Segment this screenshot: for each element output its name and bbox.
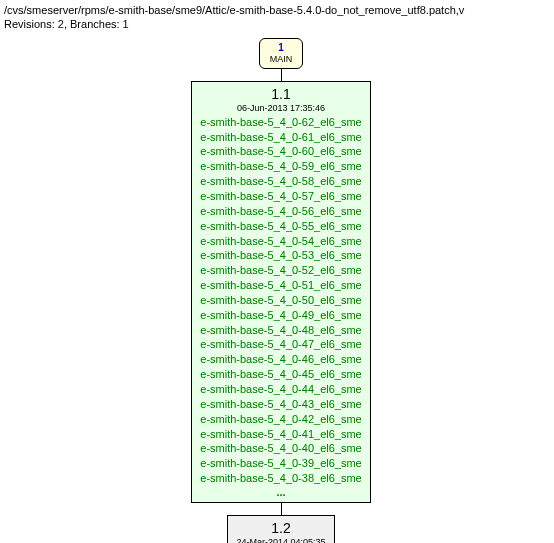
tag-item: e-smith-base-5_4_0-53_el6_sme	[200, 248, 361, 263]
tag-item: e-smith-base-5_4_0-41_el6_sme	[200, 427, 361, 442]
tag-item: e-smith-base-5_4_0-57_el6_sme	[200, 189, 361, 204]
tag-item: e-smith-base-5_4_0-39_el6_sme	[200, 456, 361, 471]
tag-item: e-smith-base-5_4_0-50_el6_sme	[200, 293, 361, 308]
tag-item: e-smith-base-5_4_0-49_el6_sme	[200, 308, 361, 323]
revision-1-1-box[interactable]: 1.1 06-Jun-2013 17:35:46 e-smith-base-5_…	[191, 81, 370, 503]
connector-line	[281, 503, 282, 515]
tag-item: e-smith-base-5_4_0-59_el6_sme	[200, 159, 361, 174]
revision-1-2-version: 1.2	[236, 520, 325, 536]
tag-item: e-smith-base-5_4_0-51_el6_sme	[200, 278, 361, 293]
revision-1-1-date: 06-Jun-2013 17:35:46	[200, 103, 361, 113]
revision-1-2-date: 24-Mar-2014 04:05:35	[236, 537, 325, 543]
tag-item: e-smith-base-5_4_0-54_el6_sme	[200, 234, 361, 249]
tag-item: e-smith-base-5_4_0-47_el6_sme	[200, 337, 361, 352]
tag-item: e-smith-base-5_4_0-55_el6_sme	[200, 219, 361, 234]
tag-item: e-smith-base-5_4_0-52_el6_sme	[200, 263, 361, 278]
tag-item: e-smith-base-5_4_0-61_el6_sme	[200, 130, 361, 145]
tag-item: e-smith-base-5_4_0-45_el6_sme	[200, 367, 361, 382]
tag-item: e-smith-base-5_4_0-44_el6_sme	[200, 382, 361, 397]
tag-item: e-smith-base-5_4_0-43_el6_sme	[200, 397, 361, 412]
tag-item: e-smith-base-5_4_0-40_el6_sme	[200, 441, 361, 456]
repo-stats: Revisions: 2, Branches: 1	[4, 18, 554, 30]
tag-item: e-smith-base-5_4_0-60_el6_sme	[200, 144, 361, 159]
tag-item: e-smith-base-5_4_0-38_el6_sme	[200, 471, 361, 486]
connector-line	[281, 69, 282, 81]
revision-1-1-version: 1.1	[200, 86, 361, 102]
tag-item: e-smith-base-5_4_0-62_el6_sme	[200, 115, 361, 130]
revision-diagram: 1 MAIN 1.1 06-Jun-2013 17:35:46 e-smith-…	[4, 38, 554, 543]
tag-item: e-smith-base-5_4_0-58_el6_sme	[200, 174, 361, 189]
tag-item: e-smith-base-5_4_0-42_el6_sme	[200, 412, 361, 427]
main-branch-label: MAIN	[270, 54, 293, 65]
tag-item: e-smith-base-5_4_0-56_el6_sme	[200, 204, 361, 219]
revision-1-1-tags: e-smith-base-5_4_0-62_el6_smee-smith-bas…	[200, 115, 361, 486]
revision-1-2-box[interactable]: 1.2 24-Mar-2014 04:05:35	[227, 515, 334, 543]
tags-ellipsis: ...	[200, 486, 361, 498]
tag-item: e-smith-base-5_4_0-46_el6_sme	[200, 352, 361, 367]
tag-item: e-smith-base-5_4_0-48_el6_sme	[200, 323, 361, 338]
repo-path: /cvs/smeserver/rpms/e-smith-base/sme9/At…	[4, 4, 554, 16]
main-branch-badge[interactable]: 1 MAIN	[259, 38, 304, 69]
main-branch-number: 1	[270, 42, 293, 54]
